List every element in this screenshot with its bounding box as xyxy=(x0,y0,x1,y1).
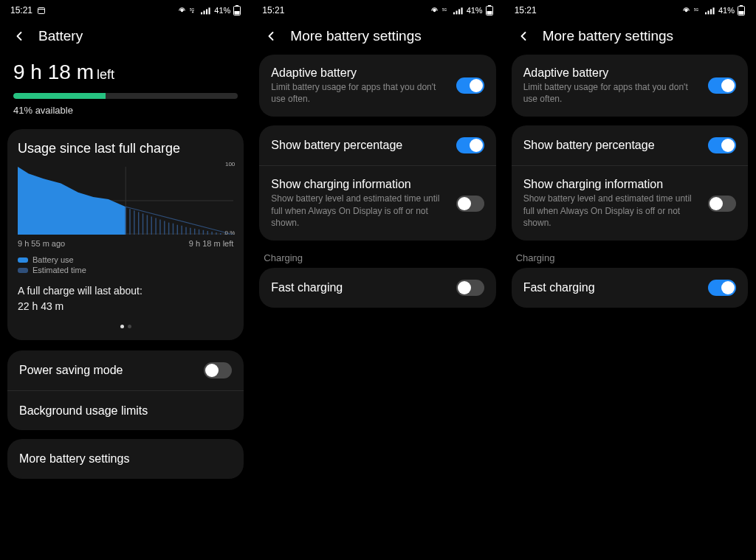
screen-battery: 15:21 5G 41% Battery 9 h 18 m left 41% a… xyxy=(0,0,252,560)
battery-icon xyxy=(233,5,241,15)
svg-rect-3 xyxy=(201,12,202,14)
full-charge-value: 22 h 43 m xyxy=(18,299,233,314)
status-bar: 15:21 5G 41% xyxy=(504,0,755,21)
charging-section-label: Charging xyxy=(512,249,748,268)
chart-time-left: 9 h 55 m ago xyxy=(18,239,65,248)
svg-rect-9 xyxy=(235,11,240,15)
fast-charging-row[interactable]: Fast charging xyxy=(259,268,495,308)
show-charging-info-toggle[interactable] xyxy=(708,196,736,212)
svg-marker-13 xyxy=(18,167,126,235)
usage-chart: 100 0 % xyxy=(18,167,233,235)
battery-bar xyxy=(13,93,238,99)
adaptive-battery-row[interactable]: Adaptive battery Limit battery usage for… xyxy=(512,55,748,117)
settings-group: Power saving mode Background usage limit… xyxy=(7,350,244,430)
page-title: More battery settings xyxy=(543,28,673,44)
power-saving-row[interactable]: Power saving mode xyxy=(7,350,244,390)
svg-point-49 xyxy=(685,10,687,11)
svg-rect-45 xyxy=(461,7,462,14)
status-bar: 15:21 5G 41% xyxy=(0,0,251,21)
network-icon: 5G xyxy=(190,7,198,15)
legend-estimated: Estimated time xyxy=(18,266,233,274)
svg-text:5G: 5G xyxy=(694,7,699,11)
svg-rect-47 xyxy=(488,5,491,7)
charging-section-label: Charging xyxy=(259,249,495,268)
legend-battery-use: Battery use xyxy=(18,255,233,264)
hotspot-icon xyxy=(430,6,439,15)
chevron-left-icon xyxy=(516,29,531,44)
status-battery-pct: 41% xyxy=(467,6,483,15)
svg-rect-43 xyxy=(456,10,457,14)
background-limits-row[interactable]: Background usage limits xyxy=(7,390,244,430)
status-battery-pct: 41% xyxy=(718,6,735,15)
full-charge-label: A full charge will last about: xyxy=(18,283,233,299)
power-saving-toggle[interactable] xyxy=(204,362,232,378)
chevron-left-icon xyxy=(264,29,278,44)
svg-rect-51 xyxy=(705,12,707,14)
show-percentage-row[interactable]: Show battery percentage xyxy=(259,125,495,165)
hotspot-icon xyxy=(177,6,187,15)
network-icon: 5G xyxy=(694,7,702,15)
show-charging-info-toggle[interactable] xyxy=(456,196,484,212)
svg-rect-52 xyxy=(707,10,709,14)
svg-rect-44 xyxy=(458,9,460,14)
hotspot-icon xyxy=(681,6,691,15)
svg-rect-57 xyxy=(738,11,743,15)
status-time: 15:21 xyxy=(262,5,284,15)
svg-rect-54 xyxy=(712,7,714,14)
svg-rect-8 xyxy=(236,5,238,7)
adaptive-battery-row[interactable]: Adaptive battery Limit battery usage for… xyxy=(259,55,495,117)
more-settings-group: More battery settings xyxy=(7,439,244,479)
page-title: More battery settings xyxy=(290,28,421,44)
status-battery-pct: 41% xyxy=(214,6,230,15)
time-left: 9 h 18 m left xyxy=(13,61,238,84)
back-button[interactable] xyxy=(516,29,531,44)
usage-card-title: Usage since last full charge xyxy=(18,141,233,156)
show-percentage-toggle[interactable] xyxy=(708,137,736,153)
network-icon: 5G xyxy=(442,7,450,15)
fast-charging-toggle[interactable] xyxy=(456,280,484,296)
svg-text:5G: 5G xyxy=(190,7,195,11)
show-percentage-toggle[interactable] xyxy=(456,137,484,153)
svg-rect-5 xyxy=(206,9,207,14)
screen-more-settings-a: 15:21 5G 41% More battery settings Adapt… xyxy=(252,0,504,560)
chevron-left-icon xyxy=(12,29,27,44)
battery-icon xyxy=(738,5,745,15)
show-charging-info-row[interactable]: Show charging information Show battery l… xyxy=(512,165,748,241)
calendar-icon xyxy=(37,6,46,15)
battery-icon xyxy=(486,5,493,15)
svg-rect-6 xyxy=(209,7,210,14)
chart-time-right: 9 h 18 m left xyxy=(189,239,234,248)
page-title: Battery xyxy=(38,28,83,44)
show-percentage-row[interactable]: Show battery percentage xyxy=(512,125,748,165)
adaptive-battery-toggle[interactable] xyxy=(708,77,736,94)
svg-rect-42 xyxy=(453,12,455,14)
svg-rect-56 xyxy=(740,5,743,7)
screen-more-settings-b: 15:21 5G 41% More battery settings Adapt… xyxy=(504,0,756,560)
svg-rect-48 xyxy=(487,11,492,15)
back-button[interactable] xyxy=(12,29,27,44)
signal-icon xyxy=(453,7,464,15)
svg-rect-0 xyxy=(38,8,45,14)
signal-icon xyxy=(201,7,211,15)
fast-charging-toggle[interactable] xyxy=(708,280,736,296)
svg-text:5G: 5G xyxy=(442,7,447,11)
status-bar: 15:21 5G 41% xyxy=(252,0,503,21)
fast-charging-row[interactable]: Fast charging xyxy=(512,268,748,308)
status-time: 15:21 xyxy=(515,5,537,15)
adaptive-battery-toggle[interactable] xyxy=(456,77,484,94)
svg-rect-4 xyxy=(204,10,205,14)
usage-card[interactable]: Usage since last full charge 100 0 % xyxy=(7,129,244,340)
more-settings-row[interactable]: More battery settings xyxy=(7,439,244,479)
signal-icon xyxy=(705,7,715,15)
show-charging-info-row[interactable]: Show charging information Show battery l… xyxy=(259,165,495,241)
svg-rect-53 xyxy=(710,9,712,14)
available-text: 41% available xyxy=(7,102,244,129)
svg-point-1 xyxy=(182,10,183,11)
back-button[interactable] xyxy=(264,29,278,44)
svg-line-39 xyxy=(126,207,233,235)
status-time: 15:21 xyxy=(10,5,32,15)
page-indicator[interactable] xyxy=(18,322,233,330)
svg-point-40 xyxy=(433,10,435,11)
